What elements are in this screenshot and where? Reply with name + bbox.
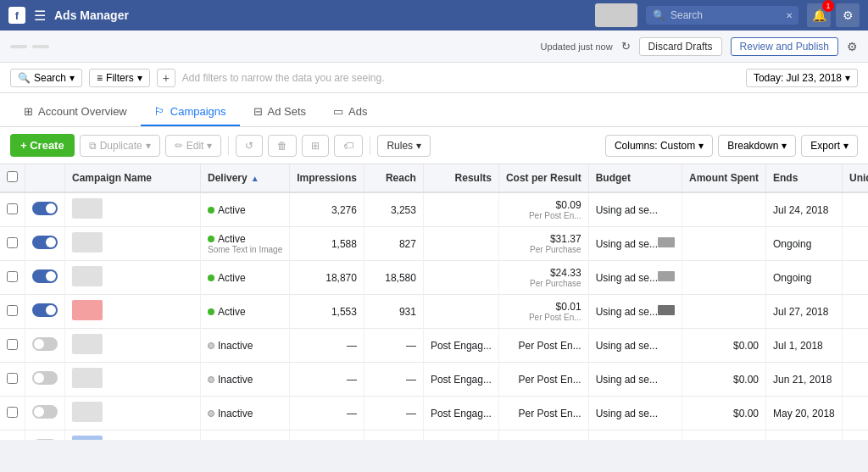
row-toggle-cell-2[interactable] bbox=[25, 261, 65, 295]
row-toggle-5[interactable] bbox=[32, 371, 58, 385]
sub-settings-icon[interactable]: ⚙ bbox=[847, 40, 858, 53]
row-amount-spent-2 bbox=[682, 261, 766, 295]
search-button[interactable]: 🔍 Search ▾ bbox=[10, 69, 82, 87]
tab-ads[interactable]: ▭ Ads bbox=[320, 98, 381, 126]
row-campaign-name-1[interactable] bbox=[65, 227, 201, 261]
tab-account-overview[interactable]: ⊞ Account Overview bbox=[10, 98, 141, 126]
row-toggle-2[interactable] bbox=[32, 269, 58, 283]
search-input[interactable] bbox=[670, 9, 781, 21]
row-checkbox-cell-4[interactable] bbox=[0, 329, 25, 363]
duplicate-dropdown-icon: ▾ bbox=[146, 140, 151, 152]
row-checkbox-0[interactable] bbox=[7, 203, 18, 214]
table-row: Active3,2763,253$0.09Per Post En...Using… bbox=[0, 192, 868, 227]
export-button[interactable]: Export ▾ bbox=[801, 135, 858, 157]
ads-icon: ▭ bbox=[333, 105, 343, 118]
row-toggle-6[interactable] bbox=[32, 405, 58, 419]
account-chip-1[interactable] bbox=[10, 45, 27, 48]
header-ends[interactable]: Ends bbox=[766, 164, 843, 192]
header-cost-per-result[interactable]: Cost per Result bbox=[498, 164, 588, 192]
row-cost-4: Per Post En... bbox=[506, 340, 581, 352]
search-icon: 🔍 bbox=[18, 72, 31, 84]
header-campaign-name[interactable]: Campaign Name bbox=[65, 164, 201, 192]
breakdown-button[interactable]: Breakdown ▾ bbox=[718, 135, 796, 157]
row-campaign-name-7[interactable] bbox=[65, 430, 201, 441]
review-publish-button[interactable]: Review and Publish bbox=[731, 37, 838, 56]
row-toggle-cell-1[interactable] bbox=[25, 227, 65, 261]
row-toggle-1[interactable] bbox=[32, 236, 58, 249]
columns-button[interactable]: Columns: Custom ▾ bbox=[605, 135, 713, 157]
tab-campaigns[interactable]: 🏳 Campaigns bbox=[141, 98, 240, 126]
row-toggle-cell-7[interactable] bbox=[25, 430, 65, 441]
row-campaign-name-4[interactable] bbox=[65, 329, 201, 363]
header-unique-link-clicks[interactable]: Unique Link Clicks bbox=[843, 164, 868, 192]
row-toggle-cell-5[interactable] bbox=[25, 363, 65, 397]
account-chip-2[interactable] bbox=[32, 45, 49, 48]
delete-button[interactable]: 🗑 bbox=[268, 135, 297, 157]
row-checkbox-cell-5[interactable] bbox=[0, 363, 25, 397]
duplicate-button[interactable]: ⧉ Duplicate ▾ bbox=[80, 135, 160, 157]
label-button[interactable]: 🏷 bbox=[334, 135, 363, 157]
row-toggle-0[interactable] bbox=[32, 202, 58, 215]
delivery-status-5: Inactive bbox=[218, 374, 253, 386]
row-checkbox-cell-1[interactable] bbox=[0, 227, 25, 261]
row-clicks-2: 230 bbox=[843, 261, 868, 295]
delivery-status-2: Active bbox=[218, 272, 246, 284]
row-toggle-cell-3[interactable] bbox=[25, 295, 65, 329]
edit-button[interactable]: ✏ Edit ▾ bbox=[165, 135, 222, 157]
reset-button[interactable]: ↺ bbox=[236, 135, 263, 157]
header-delivery[interactable]: Delivery ▲ bbox=[201, 164, 290, 192]
header-budget[interactable]: Budget bbox=[588, 164, 682, 192]
row-toggle-cell-0[interactable] bbox=[25, 192, 65, 227]
tab-ad-sets[interactable]: ⊟ Ad Sets bbox=[240, 98, 320, 126]
delivery-status-4: Inactive bbox=[218, 340, 253, 352]
row-cost-0: $0.09 bbox=[506, 199, 581, 211]
settings-button[interactable]: ⚙ bbox=[836, 3, 860, 27]
hamburger-menu[interactable]: ☰ bbox=[34, 8, 46, 24]
row-results-7: Purchase bbox=[423, 430, 498, 441]
row-checkbox-1[interactable] bbox=[7, 237, 18, 248]
row-checkbox-2[interactable] bbox=[7, 271, 18, 282]
filters-button[interactable]: ≡ Filters ▾ bbox=[89, 69, 150, 87]
row-toggle-cell-6[interactable] bbox=[25, 397, 65, 430]
row-delivery-2: Active bbox=[201, 261, 290, 295]
edit-icon: ✏ bbox=[175, 140, 183, 152]
row-campaign-name-2[interactable] bbox=[65, 261, 201, 295]
row-checkbox-cell-3[interactable] bbox=[0, 295, 25, 329]
tab-adsets-label: Ad Sets bbox=[268, 105, 307, 118]
row-checkbox-5[interactable] bbox=[7, 373, 18, 384]
row-toggle-cell-4[interactable] bbox=[25, 329, 65, 363]
header-impressions[interactable]: Impressions bbox=[290, 164, 364, 192]
row-campaign-name-6[interactable] bbox=[65, 397, 201, 430]
select-all-checkbox[interactable] bbox=[7, 171, 18, 182]
search-bar[interactable]: 🔍 ✕ bbox=[646, 6, 798, 25]
create-button[interactable]: + Create bbox=[10, 134, 75, 157]
rules-button[interactable]: Rules ▾ bbox=[377, 135, 431, 157]
row-checkbox-cell-6[interactable] bbox=[0, 397, 25, 430]
header-reach[interactable]: Reach bbox=[364, 164, 423, 192]
row-toggle-3[interactable] bbox=[32, 303, 58, 317]
row-checkbox-4[interactable] bbox=[7, 339, 18, 350]
header-results[interactable]: Results bbox=[423, 164, 498, 192]
row-checkbox-6[interactable] bbox=[7, 407, 18, 418]
row-campaign-name-3[interactable] bbox=[65, 295, 201, 329]
notifications-button[interactable]: 🔔 1 bbox=[807, 3, 831, 27]
tag-button[interactable]: ⊞ bbox=[302, 135, 329, 157]
row-amount-spent-5: $0.00 bbox=[682, 363, 766, 397]
add-filter-button[interactable]: + bbox=[157, 69, 175, 87]
date-picker-button[interactable]: Today: Jul 23, 2018 ▾ bbox=[746, 69, 858, 87]
row-checkbox-3[interactable] bbox=[7, 305, 18, 316]
header-checkbox[interactable] bbox=[0, 164, 25, 192]
row-toggle-4[interactable] bbox=[32, 337, 58, 351]
row-campaign-name-5[interactable] bbox=[65, 363, 201, 397]
header-amount-spent[interactable]: Amount Spent bbox=[682, 164, 766, 192]
row-checkbox-cell-0[interactable] bbox=[0, 192, 25, 227]
row-clicks-1: 13 bbox=[843, 227, 868, 261]
discard-drafts-button[interactable]: Discard Drafts bbox=[639, 37, 722, 56]
refresh-icon[interactable]: ↻ bbox=[621, 40, 631, 53]
row-amount-spent-6: $0.00 bbox=[682, 397, 766, 430]
row-checkbox-cell-2[interactable] bbox=[0, 261, 25, 295]
row-checkbox-cell-7[interactable] bbox=[0, 430, 25, 441]
row-campaign-name-0[interactable] bbox=[65, 192, 201, 227]
row-toggle-7[interactable] bbox=[32, 439, 58, 440]
row-ends-5: Jun 21, 2018 bbox=[766, 363, 843, 397]
